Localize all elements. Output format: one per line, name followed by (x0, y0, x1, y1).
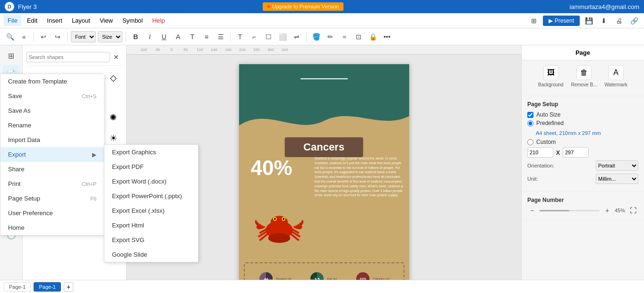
search-icon-btn[interactable]: 🔍 (4, 31, 16, 43)
menu-insert[interactable]: Insert (43, 15, 66, 26)
font-family-select[interactable]: Font (71, 31, 96, 42)
svg-point-5 (283, 218, 284, 220)
align-icon-btn[interactable]: ☰ (215, 31, 227, 43)
menu-file[interactable]: File (4, 15, 21, 26)
menu-export[interactable]: Export ▶ (0, 147, 104, 162)
background-icon-item[interactable]: 🖼 Background (538, 65, 563, 87)
redo-icon-btn[interactable]: ↪ (52, 31, 64, 43)
menu-save[interactable]: Save Ctrl+S (0, 89, 104, 103)
menu-symbol[interactable]: Symbol (119, 15, 146, 26)
page-top-line (301, 78, 348, 79)
export-svg[interactable]: Export SVG (104, 233, 198, 247)
fullscreen-icon-btn[interactable]: ⊞ (528, 15, 540, 27)
zoom-out-btn[interactable]: − (527, 206, 537, 215)
more-icon-btn[interactable]: ••• (381, 31, 393, 43)
text-box-icon-btn[interactable]: T (234, 31, 246, 43)
bold-icon-btn[interactable]: B (129, 31, 142, 43)
export-pdf[interactable]: Export PDF (104, 159, 198, 174)
menu-share[interactable]: Share (0, 162, 104, 176)
save-cloud-icon-btn[interactable]: 💾 (583, 15, 595, 27)
shape-burst[interactable]: ✺ (105, 109, 122, 126)
unit-select[interactable]: Millim... Pixels Inches (596, 174, 638, 184)
export-powerpoint[interactable]: Export PowerPoint (.pptx) (104, 189, 198, 203)
menu-layout[interactable]: Layout (68, 15, 94, 26)
export-google-slide[interactable]: Google Slide (104, 247, 198, 262)
zoom-in-btn[interactable]: + (602, 206, 612, 215)
custom-radio[interactable] (527, 139, 533, 145)
add-page-btn[interactable]: + (64, 282, 73, 292)
shape-icon-btn[interactable]: ⬜ (276, 31, 289, 43)
present-label: Present (555, 17, 574, 24)
zoom-slider[interactable] (540, 210, 600, 211)
upgrade-button[interactable]: Upgrade to Premium Version (263, 2, 343, 11)
present-button[interactable]: ▶ Present (543, 16, 580, 26)
export-graphics[interactable]: Export Graphics (104, 145, 198, 159)
orientation-label: Orientation: (527, 163, 554, 168)
menu-edit[interactable]: Edit (23, 15, 41, 26)
orientation-select[interactable]: Portrait Landscape (596, 160, 638, 171)
lock-icon-btn[interactable]: 🔒 (367, 31, 379, 43)
custom-row: Custom (527, 139, 638, 145)
menu-import-label: Import Data (8, 136, 40, 143)
italic-icon-btn[interactable]: I (144, 31, 156, 43)
export-word[interactable]: Export Word (.docx) (104, 174, 198, 189)
download-icon-btn[interactable]: ⬇ (598, 15, 610, 27)
remove-bg-icon-item[interactable]: 🗑 Remove B... (571, 65, 597, 87)
align-left-icon-btn[interactable]: ≡ (200, 31, 213, 43)
menu-save-as[interactable]: Save As (0, 103, 104, 118)
svg-text:3.5: 3.5 (315, 277, 320, 280)
menu-user-preference[interactable]: User Preference (0, 206, 104, 220)
underline-icon-btn[interactable]: U (158, 31, 170, 43)
menu-page-setup[interactable]: Page Setup F6 (0, 191, 104, 206)
fill-icon-btn[interactable]: 🪣 (310, 31, 322, 43)
arrange-icon-btn[interactable]: ⇌ (291, 31, 303, 43)
page-tab-1-label: Page-1 (9, 284, 26, 290)
svg-point-12 (268, 233, 290, 243)
export-excel[interactable]: Export Excel (.xlsx) (104, 203, 198, 218)
font-size-select[interactable]: Size (98, 31, 122, 42)
menu-help[interactable]: Help (148, 15, 169, 26)
size-inputs: x (527, 147, 638, 158)
menu-create-template[interactable]: Create from Template (0, 74, 104, 89)
panel-bg-icons: 🖼 Background 🗑 Remove B... A Watermark (527, 65, 638, 87)
shape-search-input[interactable] (26, 52, 110, 62)
page-tab-1-inactive[interactable]: Page-1 (4, 282, 31, 292)
collapse-icon-btn[interactable]: « (18, 31, 30, 43)
export-html[interactable]: Export Html (104, 218, 198, 233)
menu-home[interactable]: Home (0, 220, 104, 235)
panel-header: Page (522, 45, 644, 60)
remove-bg-icon: 🗑 (576, 65, 592, 80)
menu-print[interactable]: Print Ctrl+P (0, 176, 104, 191)
menu-import[interactable]: Import Data (0, 133, 104, 147)
watermark-icon-item[interactable]: A Watermark (604, 65, 627, 87)
expand-icon-btn[interactable]: ⛶ (628, 205, 638, 216)
seafood-description: Seafood is amazingly popular around the … (315, 156, 404, 198)
shape-diamond[interactable]: ◇ (105, 69, 122, 86)
menu-bar: File Edit Insert Layout View Symbol Help… (0, 13, 644, 28)
shape-panel-close-btn[interactable]: ✕ (110, 51, 122, 63)
font-color-icon-btn[interactable]: A (172, 31, 184, 43)
box-icon-btn[interactable]: ☐ (262, 31, 275, 43)
print-icon-btn[interactable]: 🖨 (613, 15, 625, 27)
width-input[interactable] (527, 147, 553, 158)
height-input[interactable] (563, 147, 589, 158)
menu-rename[interactable]: Rename (0, 118, 104, 133)
background-icon: 🖼 (543, 65, 558, 80)
predefined-radio[interactable] (527, 120, 533, 126)
undo-icon-btn[interactable]: ↩ (37, 31, 50, 43)
title-bar: D Flyer 3 Upgrade to Premium Version iam… (0, 0, 644, 13)
menu-view[interactable]: View (96, 15, 117, 26)
share-icon-btn[interactable]: 🔗 (628, 15, 640, 27)
pages-icon-btn[interactable]: ⊞ (3, 47, 20, 64)
main-area: Create from Template Save Ctrl+S Save As… (0, 45, 644, 280)
page-tab-1-active[interactable]: Page-1 (34, 282, 60, 292)
auto-size-checkbox[interactable] (527, 112, 533, 118)
crop-icon-btn[interactable]: ⊡ (352, 31, 365, 43)
pencil-icon-btn[interactable]: ✏ (324, 31, 336, 43)
x-separator: x (556, 148, 560, 157)
text-style-icon-btn[interactable]: T (186, 31, 198, 43)
connector-icon-btn[interactable]: ⌐ (248, 31, 260, 43)
line-style-icon-btn[interactable]: ≈ (338, 31, 351, 43)
stat-calories-chart: 220 (355, 271, 371, 280)
toolbar-divider-1 (34, 32, 34, 42)
